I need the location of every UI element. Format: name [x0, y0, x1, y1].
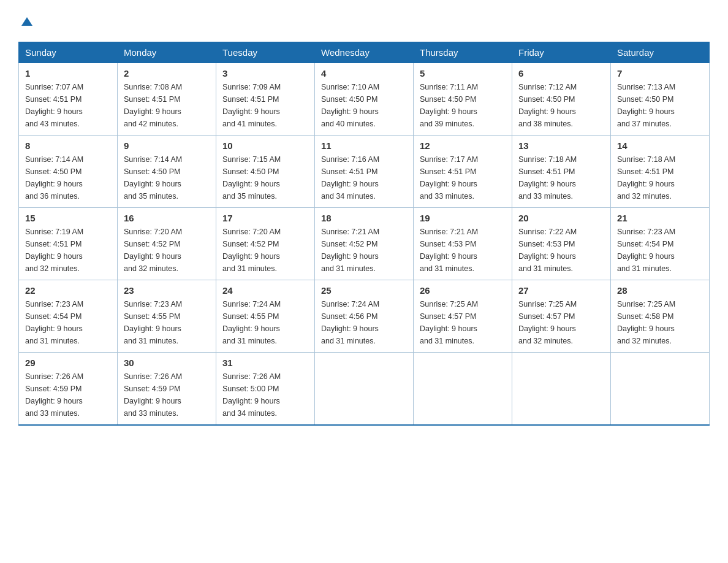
day-cell: 16Sunrise: 7:20 AMSunset: 4:52 PMDayligh…: [118, 208, 216, 280]
day-cell: 25Sunrise: 7:24 AMSunset: 4:56 PMDayligh…: [315, 280, 414, 353]
day-cell: 12Sunrise: 7:17 AMSunset: 4:51 PMDayligh…: [414, 136, 512, 208]
day-cell: 7Sunrise: 7:13 AMSunset: 4:50 PMDaylight…: [611, 63, 710, 136]
day-cell: 30Sunrise: 7:26 AMSunset: 4:59 PMDayligh…: [118, 353, 216, 426]
day-cell: 27Sunrise: 7:25 AMSunset: 4:57 PMDayligh…: [512, 280, 611, 353]
day-cell: [611, 353, 710, 426]
day-number: 12: [420, 140, 506, 151]
day-cell: 5Sunrise: 7:11 AMSunset: 4:50 PMDaylight…: [414, 63, 512, 136]
day-cell: 31Sunrise: 7:26 AMSunset: 5:00 PMDayligh…: [216, 353, 315, 426]
week-row-5: 29Sunrise: 7:26 AMSunset: 4:59 PMDayligh…: [19, 353, 710, 426]
day-cell: 24Sunrise: 7:24 AMSunset: 4:55 PMDayligh…: [216, 280, 315, 353]
day-info: Sunrise: 7:07 AMSunset: 4:51 PMDaylight:…: [25, 81, 111, 130]
day-info: Sunrise: 7:23 AMSunset: 4:55 PMDaylight:…: [124, 298, 210, 347]
day-info: Sunrise: 7:16 AMSunset: 4:51 PMDaylight:…: [321, 153, 407, 202]
day-number: 5: [420, 68, 506, 79]
day-cell: 3Sunrise: 7:09 AMSunset: 4:51 PMDaylight…: [216, 63, 315, 136]
day-info: Sunrise: 7:13 AMSunset: 4:50 PMDaylight:…: [617, 81, 703, 130]
day-info: Sunrise: 7:24 AMSunset: 4:56 PMDaylight:…: [321, 298, 407, 347]
day-number: 23: [124, 285, 210, 296]
day-info: Sunrise: 7:26 AMSunset: 4:59 PMDaylight:…: [25, 370, 111, 419]
day-cell: 28Sunrise: 7:25 AMSunset: 4:58 PMDayligh…: [611, 280, 710, 353]
day-cell: 13Sunrise: 7:18 AMSunset: 4:51 PMDayligh…: [512, 136, 611, 208]
day-cell: 15Sunrise: 7:19 AMSunset: 4:51 PMDayligh…: [19, 208, 118, 280]
day-number: 14: [617, 140, 703, 151]
day-info: Sunrise: 7:17 AMSunset: 4:51 PMDaylight:…: [420, 153, 506, 202]
day-info: Sunrise: 7:12 AMSunset: 4:50 PMDaylight:…: [518, 81, 604, 130]
day-info: Sunrise: 7:26 AMSunset: 5:00 PMDaylight:…: [222, 370, 308, 419]
day-info: Sunrise: 7:18 AMSunset: 4:51 PMDaylight:…: [617, 153, 703, 202]
day-cell: 23Sunrise: 7:23 AMSunset: 4:55 PMDayligh…: [118, 280, 216, 353]
day-info: Sunrise: 7:23 AMSunset: 4:54 PMDaylight:…: [617, 226, 703, 275]
day-header-tuesday: Tuesday: [216, 42, 315, 63]
day-info: Sunrise: 7:18 AMSunset: 4:51 PMDaylight:…: [518, 153, 604, 202]
week-row-1: 1Sunrise: 7:07 AMSunset: 4:51 PMDaylight…: [19, 63, 710, 136]
day-cell: [512, 353, 611, 426]
day-cell: 17Sunrise: 7:20 AMSunset: 4:52 PMDayligh…: [216, 208, 315, 280]
day-number: 31: [222, 358, 308, 368]
day-cell: [315, 353, 414, 426]
day-cell: 1Sunrise: 7:07 AMSunset: 4:51 PMDaylight…: [19, 63, 118, 136]
day-number: 22: [25, 285, 111, 296]
day-info: Sunrise: 7:21 AMSunset: 4:52 PMDaylight:…: [321, 226, 407, 275]
week-row-2: 8Sunrise: 7:14 AMSunset: 4:50 PMDaylight…: [19, 136, 710, 208]
day-number: 6: [518, 68, 604, 79]
day-number: 11: [321, 140, 407, 151]
day-header-sunday: Sunday: [19, 42, 118, 63]
day-info: Sunrise: 7:23 AMSunset: 4:54 PMDaylight:…: [25, 298, 111, 347]
day-cell: [414, 353, 512, 426]
day-info: Sunrise: 7:15 AMSunset: 4:50 PMDaylight:…: [222, 153, 308, 202]
day-number: 20: [518, 213, 604, 223]
day-cell: 26Sunrise: 7:25 AMSunset: 4:57 PMDayligh…: [414, 280, 512, 353]
page-header: [18, 15, 710, 31]
day-info: Sunrise: 7:14 AMSunset: 4:50 PMDaylight:…: [124, 153, 210, 202]
day-cell: 9Sunrise: 7:14 AMSunset: 4:50 PMDaylight…: [118, 136, 216, 208]
day-header-wednesday: Wednesday: [315, 42, 414, 63]
day-info: Sunrise: 7:20 AMSunset: 4:52 PMDaylight:…: [124, 226, 210, 275]
day-info: Sunrise: 7:08 AMSunset: 4:51 PMDaylight:…: [124, 81, 210, 130]
day-cell: 8Sunrise: 7:14 AMSunset: 4:50 PMDaylight…: [19, 136, 118, 208]
day-number: 8: [25, 140, 111, 151]
day-header-friday: Friday: [512, 42, 611, 63]
day-number: 18: [321, 213, 407, 223]
day-info: Sunrise: 7:25 AMSunset: 4:57 PMDaylight:…: [518, 298, 604, 347]
day-number: 26: [420, 285, 506, 296]
day-number: 15: [25, 213, 111, 223]
day-info: Sunrise: 7:10 AMSunset: 4:50 PMDaylight:…: [321, 81, 407, 130]
day-info: Sunrise: 7:19 AMSunset: 4:51 PMDaylight:…: [25, 226, 111, 275]
day-number: 21: [617, 213, 703, 223]
day-cell: 2Sunrise: 7:08 AMSunset: 4:51 PMDaylight…: [118, 63, 216, 136]
day-info: Sunrise: 7:11 AMSunset: 4:50 PMDaylight:…: [420, 81, 506, 130]
day-info: Sunrise: 7:09 AMSunset: 4:51 PMDaylight:…: [222, 81, 308, 130]
days-header-row: SundayMondayTuesdayWednesdayThursdayFrid…: [19, 42, 710, 63]
day-cell: 4Sunrise: 7:10 AMSunset: 4:50 PMDaylight…: [315, 63, 414, 136]
day-number: 27: [518, 285, 604, 296]
calendar-table: SundayMondayTuesdayWednesdayThursdayFrid…: [18, 42, 710, 426]
day-info: Sunrise: 7:14 AMSunset: 4:50 PMDaylight:…: [25, 153, 111, 202]
day-cell: 21Sunrise: 7:23 AMSunset: 4:54 PMDayligh…: [611, 208, 710, 280]
day-number: 29: [25, 358, 111, 368]
day-info: Sunrise: 7:24 AMSunset: 4:55 PMDaylight:…: [222, 298, 308, 347]
day-info: Sunrise: 7:21 AMSunset: 4:53 PMDaylight:…: [420, 226, 506, 275]
day-header-thursday: Thursday: [414, 42, 512, 63]
day-cell: 14Sunrise: 7:18 AMSunset: 4:51 PMDayligh…: [611, 136, 710, 208]
day-info: Sunrise: 7:25 AMSunset: 4:57 PMDaylight:…: [420, 298, 506, 347]
day-number: 17: [222, 213, 308, 223]
day-info: Sunrise: 7:20 AMSunset: 4:52 PMDaylight:…: [222, 226, 308, 275]
day-number: 4: [321, 68, 407, 79]
day-header-monday: Monday: [118, 42, 216, 63]
day-number: 16: [124, 213, 210, 223]
svg-marker-0: [21, 17, 32, 26]
day-number: 28: [617, 285, 703, 296]
day-cell: 18Sunrise: 7:21 AMSunset: 4:52 PMDayligh…: [315, 208, 414, 280]
day-header-saturday: Saturday: [611, 42, 710, 63]
week-row-3: 15Sunrise: 7:19 AMSunset: 4:51 PMDayligh…: [19, 208, 710, 280]
day-number: 13: [518, 140, 604, 151]
day-cell: 29Sunrise: 7:26 AMSunset: 4:59 PMDayligh…: [19, 353, 118, 426]
logo: [18, 15, 34, 31]
day-number: 9: [124, 140, 210, 151]
day-info: Sunrise: 7:25 AMSunset: 4:58 PMDaylight:…: [617, 298, 703, 347]
day-number: 19: [420, 213, 506, 223]
week-row-4: 22Sunrise: 7:23 AMSunset: 4:54 PMDayligh…: [19, 280, 710, 353]
day-cell: 20Sunrise: 7:22 AMSunset: 4:53 PMDayligh…: [512, 208, 611, 280]
logo-arrow-icon: [20, 15, 34, 31]
